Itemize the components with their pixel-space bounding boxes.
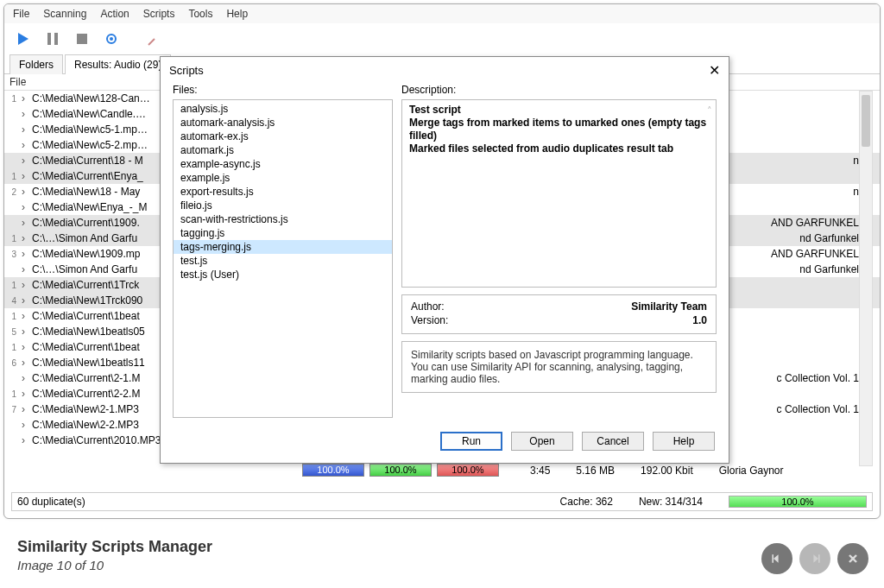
list-item[interactable]: test.js (User) xyxy=(174,268,392,281)
vertical-scrollbar[interactable] xyxy=(859,91,873,466)
description-box: ˄ Test script Merge tags from marked ite… xyxy=(401,99,717,288)
toolbar xyxy=(4,23,880,54)
version-label: Version: xyxy=(411,314,448,326)
menu-tools[interactable]: Tools xyxy=(188,8,212,20)
caption-title: Similarity Scripts Manager xyxy=(17,538,212,556)
list-item[interactable]: analysis.js xyxy=(174,102,392,116)
pause-icon[interactable] xyxy=(41,27,65,51)
svg-marker-6 xyxy=(774,554,779,563)
svg-point-5 xyxy=(110,37,113,41)
list-item[interactable]: test.js xyxy=(174,254,392,268)
chevron-up-icon[interactable]: ˄ xyxy=(707,105,712,117)
play-icon[interactable] xyxy=(11,27,35,51)
author-label: Author: xyxy=(411,300,445,313)
status-dupes: 60 duplicate(s) xyxy=(17,496,85,508)
desc-line: Test script xyxy=(409,104,709,117)
run-button[interactable]: Run xyxy=(440,432,502,451)
status-cache: Cache: 362 xyxy=(560,496,613,508)
cancel-button[interactable]: Cancel xyxy=(582,432,644,451)
description-label: Description: xyxy=(401,84,717,96)
help-button[interactable]: Help xyxy=(653,432,715,451)
list-item[interactable]: example.js xyxy=(174,171,392,185)
list-item[interactable]: tagging.js xyxy=(174,226,392,240)
next-icon[interactable] xyxy=(799,543,830,574)
menu-action[interactable]: Action xyxy=(100,8,129,20)
svg-rect-2 xyxy=(54,33,58,45)
pct-cell-2: 100.0% xyxy=(369,464,432,477)
menu-help[interactable]: Help xyxy=(226,8,248,20)
list-item[interactable]: automark.js xyxy=(174,143,392,157)
bitrate: 192.00 Kbit xyxy=(641,465,693,477)
app-window: File Scanning Action Scripts Tools Help … xyxy=(3,3,881,519)
gear-icon[interactable] xyxy=(99,27,123,51)
artist: Gloria Gaynor xyxy=(719,465,784,477)
pct-cell-1: 100.0% xyxy=(302,464,364,477)
list-item[interactable]: fileio.js xyxy=(174,199,392,212)
list-item[interactable]: tags-merging.js xyxy=(174,240,392,254)
files-listbox[interactable]: analysis.jsautomark-analysis.jsautomark-… xyxy=(173,99,393,418)
svg-marker-8 xyxy=(813,554,818,563)
desc-line: Marked files selected from audio duplica… xyxy=(409,142,709,155)
svg-rect-7 xyxy=(772,554,774,563)
list-item[interactable]: export-results.js xyxy=(174,185,392,199)
prev-icon[interactable] xyxy=(761,543,792,574)
svg-marker-0 xyxy=(18,33,28,45)
scripts-dialog: Scripts ✕ Files: analysis.jsautomark-ana… xyxy=(160,56,729,464)
stop-icon[interactable] xyxy=(70,27,94,51)
desc-line: Merge tags from marked items to umarked … xyxy=(409,117,709,142)
open-button[interactable]: Open xyxy=(511,432,573,451)
svg-rect-3 xyxy=(77,34,87,44)
version-value: 1.0 xyxy=(692,314,707,326)
menubar: File Scanning Action Scripts Tools Help xyxy=(4,4,880,23)
list-item[interactable]: automark-analysis.js xyxy=(174,116,392,130)
menu-scripts[interactable]: Scripts xyxy=(143,8,175,20)
tab-results-audio[interactable]: Results: Audio (29) xyxy=(65,54,171,74)
wrench-icon[interactable] xyxy=(142,27,167,51)
last-row-metrics: 100.0% 100.0% 100.0% 3:45 5.16 MB 192.00… xyxy=(302,464,783,477)
gallery-caption: Similarity Scripts Manager Image 10 of 1… xyxy=(17,538,212,572)
list-item[interactable]: example-async.js xyxy=(174,157,392,171)
menu-scanning[interactable]: Scanning xyxy=(43,8,86,20)
filesize: 5.16 MB xyxy=(576,465,615,477)
svg-rect-9 xyxy=(818,554,820,563)
pct-cell-3: 100.0% xyxy=(437,464,499,477)
files-label: Files: xyxy=(173,84,393,96)
duration: 3:45 xyxy=(530,465,550,477)
tab-folders[interactable]: Folders xyxy=(9,54,63,74)
script-meta: Author:Similarity Team Version:1.0 xyxy=(401,294,717,334)
svg-rect-1 xyxy=(47,33,51,45)
status-new: New: 314/314 xyxy=(639,496,703,508)
close-icon[interactable]: ✕ xyxy=(709,62,720,79)
list-item[interactable]: automark-ex.js xyxy=(174,130,392,143)
caption-subtitle: Image 10 of 10 xyxy=(17,558,212,572)
gallery-nav xyxy=(761,543,868,574)
menu-file[interactable]: File xyxy=(13,8,29,20)
dialog-title: Scripts xyxy=(169,64,204,77)
close-gallery-icon[interactable] xyxy=(837,543,868,574)
info-box: Similarity scripts based on Javascript p… xyxy=(401,341,717,393)
list-item[interactable]: scan-with-restrictions.js xyxy=(174,212,392,226)
author-value: Similarity Team xyxy=(631,300,707,313)
statusbar: 60 duplicate(s) Cache: 362 New: 314/314 … xyxy=(11,492,873,511)
status-progress: 100.0% xyxy=(729,496,867,508)
